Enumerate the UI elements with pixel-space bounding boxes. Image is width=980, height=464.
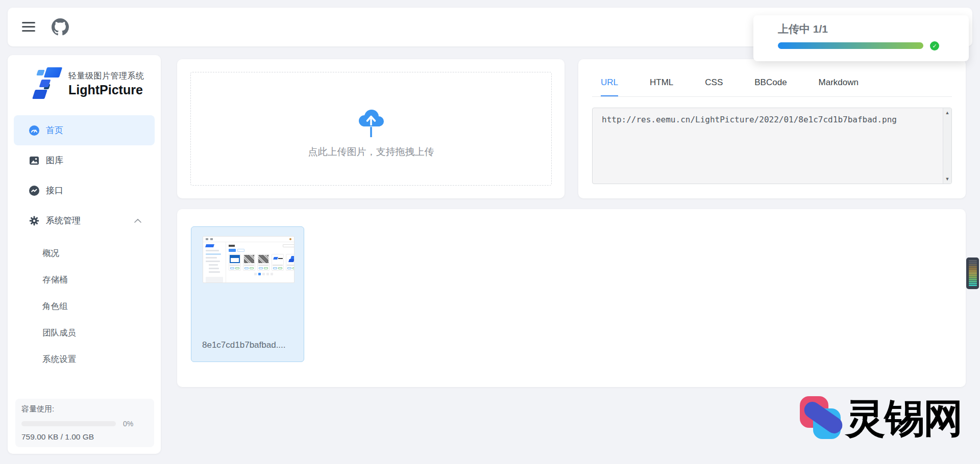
scroll-up-arrow-icon[interactable]: ▲	[943, 110, 951, 115]
tab-markdown[interactable]: Markdown	[819, 78, 859, 96]
tab-url[interactable]: URL	[601, 78, 618, 96]
sidebar-item-label: 系统管理	[46, 215, 81, 226]
share-link-panel: URL HTML CSS BBCode Markdown http://res.…	[578, 59, 966, 198]
chevron-up-icon	[134, 219, 141, 223]
capacity-progress-bar	[21, 421, 116, 426]
site-watermark: 灵锡网	[799, 382, 970, 454]
sidebar-item-home[interactable]: 首页	[14, 115, 155, 145]
sidebar-subitem-team[interactable]: 团队成员	[8, 319, 161, 346]
sidebar-subitem-buckets[interactable]: 存储桶	[8, 266, 161, 293]
scroll-minimap-widget[interactable]	[966, 257, 979, 289]
thumbnail-preview	[203, 236, 295, 283]
image-filename: 8e1c7cd1b7bafbad....	[202, 340, 286, 350]
github-icon[interactable]	[52, 18, 69, 36]
watermark-text: 灵锡网	[846, 398, 962, 438]
sidebar-subitem-overview[interactable]: 概况	[8, 240, 161, 266]
link-output-textarea[interactable]: http://res.eemu.cn/LightPicture/2022/01/…	[593, 108, 943, 184]
capacity-percent: 0%	[123, 420, 133, 428]
dashboard-icon	[29, 125, 39, 136]
brand-title: LightPicture	[68, 83, 144, 97]
sidebar-item-gallery[interactable]: 图库	[14, 145, 155, 175]
menu-toggle-button[interactable]	[22, 22, 35, 32]
app-logo[interactable]: 轻量级图片管理系统 LightPicture	[33, 67, 144, 101]
upload-hint-text: 点此上传图片，支持拖拽上传	[308, 145, 434, 159]
sidebar-subitem-roles[interactable]: 角色组	[8, 293, 161, 319]
cloud-upload-icon	[357, 107, 385, 139]
watermark-logo-icon	[799, 394, 846, 442]
link-output-box: http://res.eemu.cn/LightPicture/2022/01/…	[592, 108, 952, 184]
capacity-usage-panel: 容量使用: 0% 759.00 KB / 1.00 GB	[15, 399, 154, 447]
lightpicture-logo-icon	[33, 67, 63, 101]
sidebar-item-api[interactable]: 接口	[14, 175, 155, 205]
brand-subtitle: 轻量级图片管理系统	[68, 71, 144, 82]
gear-icon	[29, 216, 39, 226]
sidebar-item-label: 首页	[46, 124, 63, 136]
upload-card: 点此上传图片，支持拖拽上传	[177, 59, 565, 198]
sidebar-item-label: 图库	[46, 154, 63, 166]
tab-css[interactable]: CSS	[705, 78, 723, 96]
upload-toast: 上传中 1/1 ✓	[753, 15, 969, 61]
upload-progress-bar	[778, 42, 923, 49]
scroll-down-arrow-icon[interactable]: ▼	[943, 176, 951, 182]
textarea-scrollbar[interactable]: ▲ ▼	[943, 108, 951, 184]
sidebar-item-label: 接口	[46, 185, 63, 196]
uploaded-images-card: 8e1c7cd1b7bafbad....	[177, 209, 966, 387]
uploaded-image-tile[interactable]: 8e1c7cd1b7bafbad....	[191, 226, 304, 362]
capacity-usage-text: 759.00 KB / 1.00 GB	[21, 432, 148, 442]
tab-html[interactable]: HTML	[650, 78, 673, 96]
sidebar: 轻量级图片管理系统 LightPicture 首页 图库 接口	[8, 55, 161, 454]
link-format-tabs: URL HTML CSS BBCode Markdown	[592, 78, 952, 97]
capacity-label: 容量使用:	[21, 404, 148, 414]
tab-bbcode[interactable]: BBCode	[754, 78, 787, 96]
upload-toast-title: 上传中 1/1	[778, 22, 828, 36]
gallery-icon	[29, 156, 39, 166]
api-icon	[29, 186, 39, 196]
sidebar-subitem-settings[interactable]: 系统设置	[8, 346, 161, 372]
check-circle-icon: ✓	[930, 41, 939, 50]
upload-dropzone[interactable]: 点此上传图片，支持拖拽上传	[190, 72, 552, 186]
sidebar-item-system[interactable]: 系统管理	[14, 205, 155, 236]
